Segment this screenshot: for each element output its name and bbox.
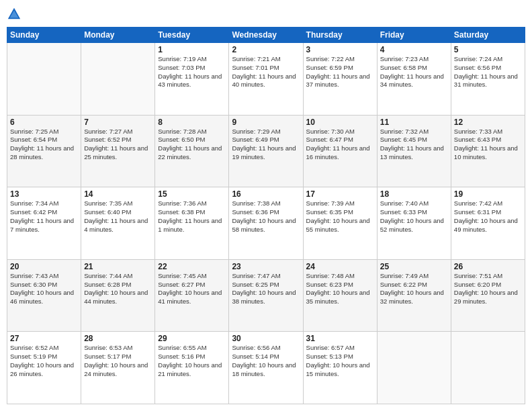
calendar-cell: 11Sunrise: 7:32 AM Sunset: 6:45 PM Dayli… [377,115,451,187]
sun-info: Sunrise: 7:48 AM Sunset: 6:23 PM Dayligh… [306,272,374,306]
sun-info: Sunrise: 7:40 AM Sunset: 6:33 PM Dayligh… [380,199,448,234]
calendar-table: SundayMondayTuesdayWednesdayThursdayFrid… [7,27,525,404]
sun-info: Sunrise: 6:57 AM Sunset: 5:13 PM Dayligh… [306,344,374,378]
sun-info: Sunrise: 7:45 AM Sunset: 6:27 PM Dayligh… [158,272,226,306]
day-number: 31 [306,334,374,343]
sun-info: Sunrise: 7:21 AM Sunset: 7:01 PM Dayligh… [232,55,300,89]
sun-info: Sunrise: 6:55 AM Sunset: 5:16 PM Dayligh… [158,344,226,378]
day-number: 3 [306,45,374,54]
day-number: 6 [10,118,78,127]
calendar-cell: 3Sunrise: 7:22 AM Sunset: 6:59 PM Daylig… [303,43,377,116]
weekday-header-saturday: Saturday [451,28,525,43]
day-number: 26 [454,262,522,271]
calendar-cell: 28Sunrise: 6:53 AM Sunset: 5:17 PM Dayli… [81,332,155,404]
day-number: 14 [84,189,152,199]
day-number: 18 [380,189,448,199]
calendar-cell: 25Sunrise: 7:49 AM Sunset: 6:22 PM Dayli… [377,259,451,332]
calendar-cell [81,43,155,116]
logo-icon [7,7,21,21]
day-number: 24 [306,262,374,271]
sun-info: Sunrise: 7:36 AM Sunset: 6:38 PM Dayligh… [158,199,226,234]
calendar-cell: 13Sunrise: 7:34 AM Sunset: 6:42 PM Dayli… [7,187,81,260]
weekday-header-friday: Friday [377,28,451,43]
day-number: 28 [84,334,152,343]
sun-info: Sunrise: 7:33 AM Sunset: 6:43 PM Dayligh… [454,128,522,162]
day-number: 7 [84,118,152,127]
calendar-cell: 24Sunrise: 7:48 AM Sunset: 6:23 PM Dayli… [303,259,377,332]
calendar-cell: 27Sunrise: 6:52 AM Sunset: 5:19 PM Dayli… [7,332,81,404]
calendar-cell [7,43,81,116]
page: SundayMondayTuesdayWednesdayThursdayFrid… [0,0,532,411]
day-number: 27 [10,334,78,343]
calendar-cell: 1Sunrise: 7:19 AM Sunset: 7:03 PM Daylig… [155,43,229,116]
day-number: 4 [380,45,448,54]
sun-info: Sunrise: 6:53 AM Sunset: 5:17 PM Dayligh… [84,344,152,378]
calendar-cell: 9Sunrise: 7:29 AM Sunset: 6:49 PM Daylig… [229,115,303,187]
weekday-header-monday: Monday [81,28,155,43]
calendar-cell [377,332,451,404]
day-number: 12 [454,118,522,127]
weekday-header-tuesday: Tuesday [155,28,229,43]
sun-info: Sunrise: 7:42 AM Sunset: 6:31 PM Dayligh… [454,199,522,234]
sun-info: Sunrise: 7:35 AM Sunset: 6:40 PM Dayligh… [84,199,152,234]
day-number: 30 [232,334,300,343]
sun-info: Sunrise: 7:28 AM Sunset: 6:50 PM Dayligh… [158,128,226,162]
day-number: 20 [10,262,78,271]
sun-info: Sunrise: 7:49 AM Sunset: 6:22 PM Dayligh… [380,272,448,306]
calendar-week-row: 13Sunrise: 7:34 AM Sunset: 6:42 PM Dayli… [7,187,525,260]
calendar-cell: 31Sunrise: 6:57 AM Sunset: 5:13 PM Dayli… [303,332,377,404]
sun-info: Sunrise: 7:25 AM Sunset: 6:54 PM Dayligh… [10,128,78,162]
calendar-cell: 20Sunrise: 7:43 AM Sunset: 6:30 PM Dayli… [7,259,81,332]
day-number: 10 [306,118,374,127]
sun-info: Sunrise: 7:32 AM Sunset: 6:45 PM Dayligh… [380,128,448,162]
calendar-cell: 26Sunrise: 7:51 AM Sunset: 6:20 PM Dayli… [451,259,525,332]
day-number: 13 [10,189,78,199]
calendar-cell: 14Sunrise: 7:35 AM Sunset: 6:40 PM Dayli… [81,187,155,260]
day-number: 17 [306,189,374,199]
day-number: 15 [158,189,226,199]
calendar-cell: 18Sunrise: 7:40 AM Sunset: 6:33 PM Dayli… [377,187,451,260]
sun-info: Sunrise: 7:38 AM Sunset: 6:36 PM Dayligh… [232,199,300,234]
day-number: 9 [232,118,300,127]
sun-info: Sunrise: 7:30 AM Sunset: 6:47 PM Dayligh… [306,128,374,162]
calendar-cell: 2Sunrise: 7:21 AM Sunset: 7:01 PM Daylig… [229,43,303,116]
weekday-header-row: SundayMondayTuesdayWednesdayThursdayFrid… [7,28,525,43]
sun-info: Sunrise: 7:43 AM Sunset: 6:30 PM Dayligh… [10,272,78,306]
calendar-week-row: 27Sunrise: 6:52 AM Sunset: 5:19 PM Dayli… [7,332,525,404]
sun-info: Sunrise: 7:22 AM Sunset: 6:59 PM Dayligh… [306,55,374,89]
calendar-cell: 21Sunrise: 7:44 AM Sunset: 6:28 PM Dayli… [81,259,155,332]
calendar-week-row: 1Sunrise: 7:19 AM Sunset: 7:03 PM Daylig… [7,43,525,116]
calendar-cell: 22Sunrise: 7:45 AM Sunset: 6:27 PM Dayli… [155,259,229,332]
sun-info: Sunrise: 7:29 AM Sunset: 6:49 PM Dayligh… [232,128,300,162]
calendar-cell: 17Sunrise: 7:39 AM Sunset: 6:35 PM Dayli… [303,187,377,260]
day-number: 16 [232,189,300,199]
day-number: 19 [454,189,522,199]
calendar-cell: 8Sunrise: 7:28 AM Sunset: 6:50 PM Daylig… [155,115,229,187]
sun-info: Sunrise: 7:27 AM Sunset: 6:52 PM Dayligh… [84,128,152,162]
day-number: 23 [232,262,300,271]
calendar-cell: 7Sunrise: 7:27 AM Sunset: 6:52 PM Daylig… [81,115,155,187]
header [7,7,525,21]
calendar-cell: 23Sunrise: 7:47 AM Sunset: 6:25 PM Dayli… [229,259,303,332]
calendar-cell: 6Sunrise: 7:25 AM Sunset: 6:54 PM Daylig… [7,115,81,187]
weekday-header-sunday: Sunday [7,28,81,43]
sun-info: Sunrise: 7:23 AM Sunset: 6:58 PM Dayligh… [380,55,448,89]
sun-info: Sunrise: 6:56 AM Sunset: 5:14 PM Dayligh… [232,344,300,378]
day-number: 25 [380,262,448,271]
weekday-header-wednesday: Wednesday [229,28,303,43]
calendar-cell: 12Sunrise: 7:33 AM Sunset: 6:43 PM Dayli… [451,115,525,187]
sun-info: Sunrise: 6:52 AM Sunset: 5:19 PM Dayligh… [10,344,78,378]
calendar-cell: 10Sunrise: 7:30 AM Sunset: 6:47 PM Dayli… [303,115,377,187]
calendar-cell: 4Sunrise: 7:23 AM Sunset: 6:58 PM Daylig… [377,43,451,116]
sun-info: Sunrise: 7:51 AM Sunset: 6:20 PM Dayligh… [454,272,522,306]
day-number: 29 [158,334,226,343]
day-number: 21 [84,262,152,271]
calendar-cell: 29Sunrise: 6:55 AM Sunset: 5:16 PM Dayli… [155,332,229,404]
calendar-cell: 16Sunrise: 7:38 AM Sunset: 6:36 PM Dayli… [229,187,303,260]
calendar-cell: 30Sunrise: 6:56 AM Sunset: 5:14 PM Dayli… [229,332,303,404]
day-number: 22 [158,262,226,271]
sun-info: Sunrise: 7:47 AM Sunset: 6:25 PM Dayligh… [232,272,300,306]
sun-info: Sunrise: 7:24 AM Sunset: 6:56 PM Dayligh… [454,55,522,89]
weekday-header-thursday: Thursday [303,28,377,43]
calendar-cell: 15Sunrise: 7:36 AM Sunset: 6:38 PM Dayli… [155,187,229,260]
